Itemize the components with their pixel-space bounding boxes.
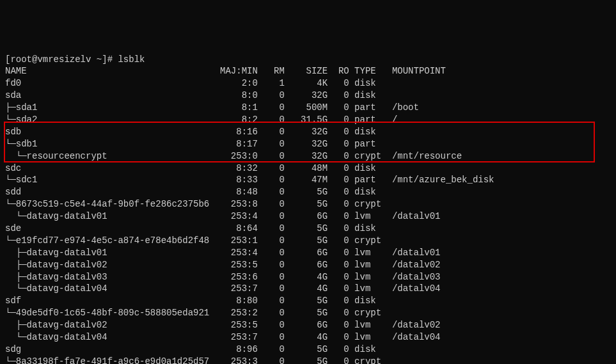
terminal-output: [root@vmresizelv ~]# lsblk NAME MAJ:MIN …	[5, 54, 611, 364]
